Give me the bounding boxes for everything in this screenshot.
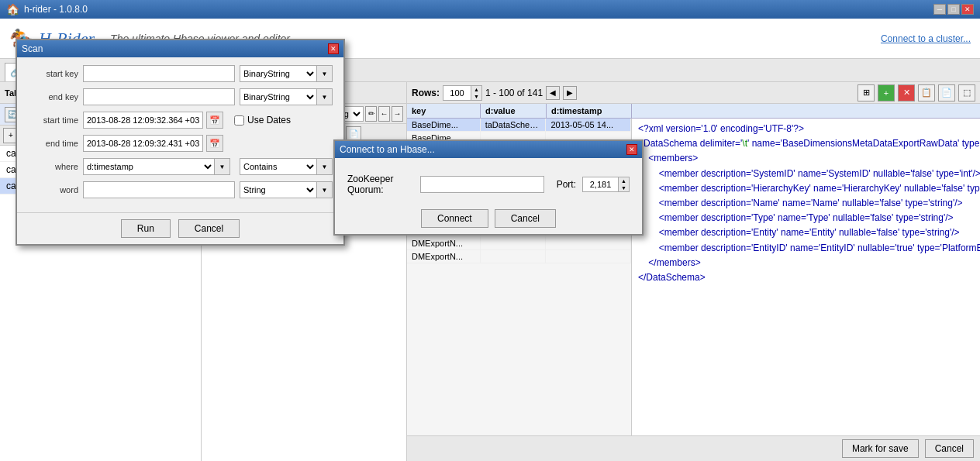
table-row[interactable]: DMExportN... xyxy=(407,237,631,250)
word-type-arrow[interactable]: ▼ xyxy=(317,181,333,198)
rows-count-input[interactable] xyxy=(443,86,471,100)
connect-cancel-button[interactable]: Cancel xyxy=(495,209,556,228)
xml-line: <member description='Type' name='Type' n… xyxy=(638,211,974,225)
port-spin-down-button[interactable]: ▼ xyxy=(618,184,629,191)
scan-dialog: Scan ✕ start key BinaryString ▼ end key … xyxy=(16,39,345,246)
column-left-button[interactable]: ← xyxy=(378,106,390,122)
start-key-type-arrow[interactable]: ▼ xyxy=(317,65,333,82)
view-mode-button[interactable]: ⊞ xyxy=(858,84,875,101)
rows-count-spinner[interactable]: ▲ ▼ xyxy=(443,85,482,101)
table-row[interactable]: BaseDime... taDataSchema>... 2013-05-05 … xyxy=(407,119,631,132)
zookeeper-label: ZooKeeper Quorum: xyxy=(347,174,414,195)
xml-line: <DataSchema delimiter='\t' name='BaseDim… xyxy=(638,136,974,151)
col-header-key: key xyxy=(407,104,481,118)
cancel-rows-button[interactable]: Cancel xyxy=(925,439,974,458)
add-row-button[interactable]: + xyxy=(878,84,895,101)
connect-dialog-close-button[interactable]: ✕ xyxy=(626,144,637,155)
col-header-timestamp: d:timestamp xyxy=(547,104,632,118)
scan-where-row: where d:timestamp ▼ Contains ▼ xyxy=(28,158,333,175)
mark-for-save-button[interactable]: Mark for save xyxy=(842,439,919,458)
use-dates-label: Use Dates xyxy=(247,115,291,126)
scan-dialog-body: start key BinaryString ▼ end key BinaryS… xyxy=(17,57,343,212)
rows-label: Rows: xyxy=(412,88,440,98)
minimize-button[interactable]: ─ xyxy=(933,4,946,15)
end-key-input[interactable] xyxy=(83,88,235,105)
start-time-input-row: 📅 xyxy=(83,112,223,129)
title-bar: 🏠 h-rider - 1.0.8.0 ─ □ ✕ xyxy=(0,0,980,19)
column-right-button[interactable]: → xyxy=(392,106,403,122)
copy-row-button[interactable]: 📋 xyxy=(918,84,935,101)
start-time-label: start time xyxy=(28,115,78,125)
start-time-calendar-button[interactable]: 📅 xyxy=(206,112,223,129)
scan-end-time-row: end time 📅 xyxy=(28,135,333,152)
xml-line: </members> xyxy=(638,256,974,270)
port-label: Port: xyxy=(557,179,576,190)
delete-row-button[interactable]: ✕ xyxy=(898,84,915,101)
xml-line: <member description='EntityID' name='Ent… xyxy=(638,241,974,256)
paste-row-button[interactable]: 📄 xyxy=(938,84,955,101)
word-input[interactable] xyxy=(83,181,235,198)
start-key-input[interactable] xyxy=(83,65,235,82)
pagination-text: 1 - 100 of 141 xyxy=(485,88,543,98)
rows-action-bar: Mark for save Cancel xyxy=(407,435,980,461)
xml-line: <member description='SystemID' name='Sys… xyxy=(638,167,974,181)
maximize-button[interactable]: □ xyxy=(947,4,960,15)
xml-line: <member description='Entity' name='Entit… xyxy=(638,225,974,240)
col-header-value: d:value xyxy=(481,104,547,118)
scan-cancel-button[interactable]: Cancel xyxy=(178,219,240,238)
end-time-calendar-button[interactable]: 📅 xyxy=(206,135,223,152)
scan-dialog-close-button[interactable]: ✕ xyxy=(328,43,339,54)
spin-down-button[interactable]: ▼ xyxy=(471,93,481,100)
connect-dialog-title: Connect to an Hbase... xyxy=(340,144,435,155)
connect-hbase-dialog: Connect to an Hbase... ✕ ZooKeeper Quoru… xyxy=(333,139,644,236)
use-dates-checkbox[interactable] xyxy=(234,115,244,126)
close-button[interactable]: ✕ xyxy=(961,4,974,15)
end-time-input[interactable] xyxy=(83,135,203,152)
port-input[interactable] xyxy=(583,177,618,191)
rows-toolbar: Rows: ▲ ▼ 1 - 100 of 141 ◀ ▶ ⊞ + ✕ xyxy=(407,82,980,104)
prev-page-button[interactable]: ◀ xyxy=(546,86,560,100)
scan-dialog-titlebar: Scan ✕ xyxy=(17,40,343,57)
next-page-button[interactable]: ▶ xyxy=(563,86,577,100)
where-condition-select[interactable]: Contains xyxy=(240,158,317,175)
scan-run-button[interactable]: Run xyxy=(121,219,171,238)
port-spin-up-button[interactable]: ▲ xyxy=(618,177,629,184)
table-row[interactable]: DMExportN... xyxy=(407,250,631,263)
where-column-arrow[interactable]: ▼ xyxy=(215,158,230,175)
zookeeper-input[interactable] xyxy=(420,176,544,193)
connect-button[interactable]: Connect xyxy=(421,209,488,228)
rows-table-header: key d:value d:timestamp xyxy=(407,104,980,119)
start-key-type-select[interactable]: BinaryString xyxy=(240,65,317,82)
app-icon: 🏠 xyxy=(6,3,19,15)
port-spinner[interactable]: ▲ ▼ xyxy=(582,177,630,192)
scan-start-time-row: start time 📅 Use Dates xyxy=(28,112,333,129)
scan-start-key-row: start key BinaryString ▼ xyxy=(28,65,333,82)
start-time-input[interactable] xyxy=(83,112,203,129)
pagination: 1 - 100 of 141 ◀ ▶ xyxy=(485,86,577,100)
xml-line: <member description='Name' name='Name' n… xyxy=(638,196,974,211)
end-key-label: end key xyxy=(28,92,78,101)
xml-line: <member description='HierarchyKey' name=… xyxy=(638,181,974,196)
word-type-select[interactable]: String xyxy=(240,181,317,198)
connect-cluster-link[interactable]: Connect to a cluster... xyxy=(881,33,971,44)
xml-line: <members> xyxy=(638,151,974,166)
column-edit-button[interactable]: ✏ xyxy=(365,106,377,122)
end-time-label: end time xyxy=(28,139,78,148)
scan-word-row: word String ▼ xyxy=(28,181,333,198)
xml-content-area: <?xml version='1.0' encoding='UTF-8'?> <… xyxy=(632,119,980,435)
end-key-type-arrow[interactable]: ▼ xyxy=(317,88,333,105)
connect-dialog-footer: Connect Cancel xyxy=(335,203,642,234)
scan-dialog-footer: Run Cancel xyxy=(17,212,343,244)
xml-line: <?xml version='1.0' encoding='UTF-8'?> xyxy=(638,122,974,136)
where-label: where xyxy=(28,162,78,171)
connect-dialog-titlebar: Connect to an Hbase... ✕ xyxy=(335,141,642,158)
where-column-select[interactable]: d:timestamp xyxy=(83,158,215,175)
spin-up-button[interactable]: ▲ xyxy=(471,86,481,93)
end-key-type-select[interactable]: BinaryString xyxy=(240,88,317,105)
expand-button[interactable]: ⬚ xyxy=(958,84,975,101)
where-condition-arrow[interactable]: ▼ xyxy=(317,158,333,175)
end-time-input-row: 📅 xyxy=(83,135,223,152)
start-key-label: start key xyxy=(28,69,78,78)
scan-end-key-row: end key BinaryString ▼ xyxy=(28,88,333,105)
connect-dialog-body: ZooKeeper Quorum: Port: ▲ ▼ xyxy=(335,158,642,203)
